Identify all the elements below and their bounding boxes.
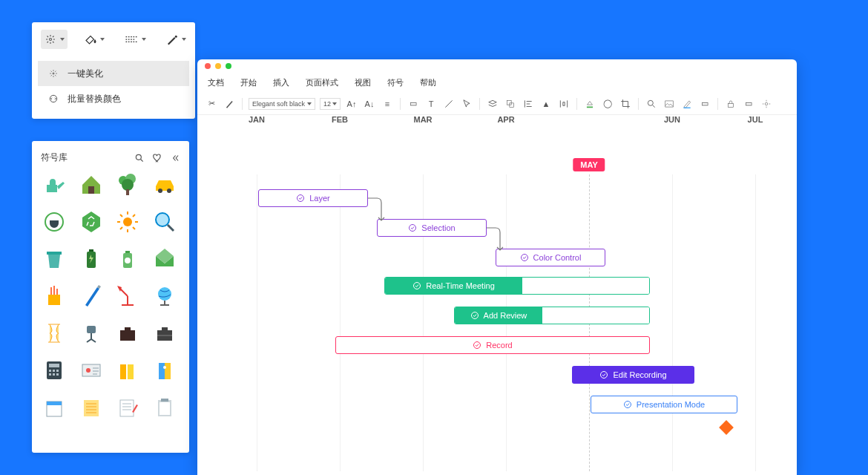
connector-icon[interactable] <box>442 97 456 111</box>
symbol-grid <box>41 171 180 421</box>
svg-point-64 <box>474 342 481 349</box>
font-increase-icon[interactable]: A↑ <box>345 97 358 111</box>
symbol-battery-alt[interactable] <box>114 246 141 272</box>
task-color-control[interactable]: Color Control <box>496 249 605 266</box>
symbol-hourglass[interactable] <box>41 320 68 347</box>
pointer-icon[interactable] <box>460 97 473 111</box>
menu-batch-replace-color[interactable]: 批量替换颜色 <box>38 86 189 111</box>
page-icon[interactable]: ▭ <box>742 97 755 111</box>
symbol-globe[interactable] <box>151 283 178 309</box>
menu-page-style[interactable]: 页面样式 <box>306 77 338 88</box>
symbol-recycle-bin[interactable] <box>41 246 68 272</box>
symbol-clipboard[interactable] <box>151 394 178 421</box>
menu-start[interactable]: 开始 <box>240 77 257 88</box>
symbol-envelope-leaf[interactable] <box>151 246 178 272</box>
menu-symbol[interactable]: 符号 <box>387 77 404 88</box>
pen-color-icon[interactable] <box>680 97 694 111</box>
toolbar: ✂ Elegant soft black 12 A↑ A↓ ≡ ▭ T ▲ ◯ … <box>197 93 797 115</box>
menu-view[interactable]: 视图 <box>355 77 371 88</box>
symbol-recycle-badge[interactable] <box>78 209 105 235</box>
fill-tool[interactable] <box>81 30 108 49</box>
menu-one-click-beautify[interactable]: 一键美化 <box>38 61 189 86</box>
fill-color-icon[interactable] <box>583 97 596 111</box>
symbol-id-card[interactable] <box>78 357 105 384</box>
svg-point-62 <box>414 283 421 289</box>
svg-rect-46 <box>84 400 99 416</box>
canvas[interactable]: JAN FEB MAR APR MAY JUN JUL Layer Select… <box>197 115 797 471</box>
symbol-notebook[interactable] <box>78 394 105 421</box>
symbol-calculator[interactable] <box>41 357 68 384</box>
symbol-briefcase[interactable] <box>114 320 141 347</box>
task-selection[interactable]: Selection <box>377 219 487 237</box>
symbol-office-chair[interactable] <box>78 320 105 347</box>
layers-icon[interactable] <box>486 97 499 111</box>
heart-icon[interactable] <box>152 153 162 163</box>
symbol-calendar[interactable] <box>41 394 68 421</box>
close-dot[interactable] <box>205 63 211 69</box>
symbol-pen[interactable] <box>78 283 105 309</box>
svg-point-61 <box>521 255 527 261</box>
svg-rect-39 <box>120 364 126 379</box>
menu-document[interactable]: 文档 <box>208 77 224 88</box>
menu-help[interactable]: 帮助 <box>420 77 436 88</box>
align-left-icon[interactable] <box>522 97 535 111</box>
symbol-battery[interactable] <box>78 246 105 272</box>
distribute-icon[interactable] <box>557 97 571 111</box>
task-add-review[interactable]: Add Review <box>454 307 650 324</box>
symbol-house[interactable] <box>78 171 105 198</box>
border-icon[interactable]: ▭ <box>698 97 711 111</box>
sparkle-icon <box>44 33 57 46</box>
maximize-dot[interactable] <box>226 63 231 69</box>
symbol-plug[interactable] <box>41 209 68 235</box>
task-realtime-meeting[interactable]: Real-Time Meeting <box>384 277 650 295</box>
line-style-tool[interactable] <box>121 30 149 49</box>
font-decrease-icon[interactable]: A↓ <box>363 97 376 111</box>
check-icon <box>408 223 417 232</box>
font-select[interactable]: Elegant soft black <box>249 98 315 110</box>
symbol-folders[interactable] <box>114 357 141 384</box>
symbol-magnifier[interactable] <box>151 209 178 235</box>
svg-point-0 <box>50 39 52 41</box>
brush-tool[interactable] <box>162 30 189 49</box>
cut-icon[interactable]: ✂ <box>205 97 218 111</box>
task-presentation-mode[interactable]: Presentation Mode <box>591 396 737 413</box>
svg-point-22 <box>158 287 171 301</box>
format-painter-icon[interactable] <box>223 97 236 111</box>
svg-rect-42 <box>165 363 171 379</box>
crop-icon[interactable] <box>619 97 632 111</box>
symbol-pencil-cup[interactable] <box>41 283 68 309</box>
image-icon[interactable] <box>662 97 676 111</box>
shape-icon[interactable]: ◯ <box>601 97 614 111</box>
font-size-select[interactable]: 12 <box>320 98 341 110</box>
symbol-notepad[interactable] <box>114 394 141 421</box>
milestone-diamond[interactable] <box>719 420 734 435</box>
task-record[interactable]: Record <box>335 336 650 354</box>
symbol-briefcase-alt[interactable] <box>151 320 178 347</box>
symbol-watering-can[interactable] <box>41 171 68 198</box>
svg-point-59 <box>297 195 304 202</box>
sparkle-tool[interactable] <box>41 30 68 49</box>
task-layer[interactable]: Layer <box>258 189 368 207</box>
search-icon[interactable] <box>645 97 658 111</box>
minimize-dot[interactable] <box>215 63 221 69</box>
symbol-desk-lamp[interactable] <box>114 283 141 309</box>
svg-rect-56 <box>683 107 690 108</box>
search-icon[interactable] <box>134 153 145 163</box>
flip-icon[interactable]: ▲ <box>539 97 553 111</box>
symbol-tree[interactable] <box>114 171 141 198</box>
svg-rect-9 <box>126 189 129 195</box>
group-icon[interactable] <box>504 97 517 111</box>
task-edit-recording[interactable]: Edit Recording <box>572 366 694 384</box>
lock-icon[interactable] <box>724 97 737 111</box>
symbol-binder[interactable] <box>151 357 178 384</box>
text-icon[interactable]: T <box>424 97 438 111</box>
settings-icon[interactable] <box>760 97 773 111</box>
symbol-car[interactable] <box>151 171 178 198</box>
rectangle-icon[interactable]: ▭ <box>407 97 420 111</box>
collapse-icon[interactable] <box>170 153 180 163</box>
svg-rect-30 <box>49 364 59 367</box>
symbol-sun[interactable] <box>114 209 141 235</box>
menu-insert[interactable]: 插入 <box>273 77 289 88</box>
svg-rect-17 <box>89 249 93 252</box>
align-icon[interactable]: ≡ <box>381 97 394 111</box>
